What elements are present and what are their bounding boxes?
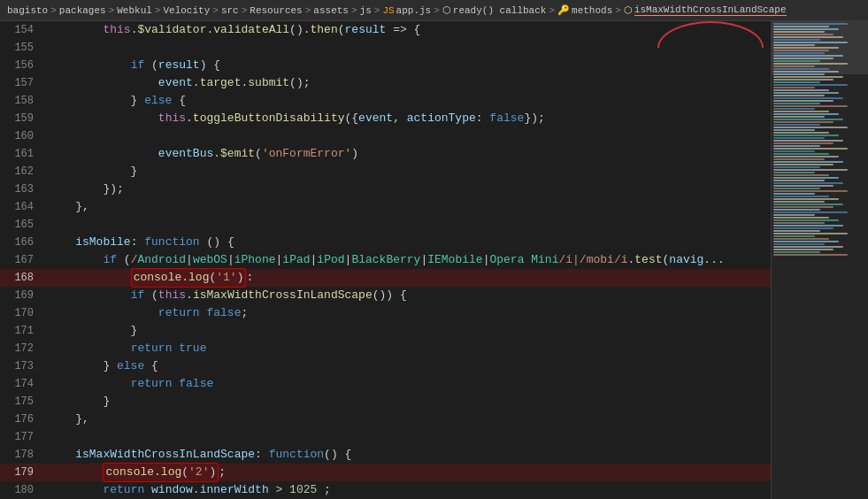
line-content <box>44 127 771 145</box>
bc-sep-2: > <box>109 5 115 16</box>
table-row: 178 isMaxWidthCrossInLandScape: function… <box>0 446 771 464</box>
bc-sep-4: > <box>212 5 219 16</box>
line-content: event.target.submit(); <box>44 74 771 92</box>
table-row: 160 <box>0 127 771 145</box>
bc-sep-10: > <box>549 5 555 16</box>
line-content <box>44 428 771 446</box>
line-content: console.log('2'); <box>44 463 771 482</box>
line-number: 166 <box>0 236 44 249</box>
line-number: 172 <box>0 342 44 355</box>
line-number: 170 <box>0 307 44 319</box>
line-number: 164 <box>0 201 44 213</box>
table-row: 179 console.log('2'); <box>0 464 771 481</box>
line-content: }); <box>44 180 771 198</box>
bc-appjs[interactable]: app.js <box>396 5 432 16</box>
bc-func-icon: ⬡ <box>624 4 633 16</box>
line-content <box>44 39 771 57</box>
bc-ready[interactable]: ready() callback <box>453 5 547 16</box>
bc-ready-icon: ⬡ <box>442 4 451 16</box>
table-row: 175 } <box>0 393 771 411</box>
table-row: 172 return true <box>0 340 771 357</box>
bc-webkul[interactable]: Webkul <box>117 5 152 16</box>
line-number: 171 <box>0 325 44 337</box>
line-content: if (this.isMaxWidthCrossInLandScape()) { <box>44 287 771 304</box>
line-number: 177 <box>0 431 44 443</box>
bc-assets[interactable]: assets <box>313 5 349 16</box>
minimap-content <box>772 21 868 499</box>
bc-js[interactable]: js <box>360 5 372 16</box>
table-row: 155 <box>0 39 771 57</box>
line-content: } <box>44 393 771 411</box>
bc-resources[interactable]: Resources <box>250 5 302 16</box>
line-number: 174 <box>0 378 44 390</box>
bc-velocity[interactable]: Velocity <box>163 5 210 16</box>
line-content: } <box>44 322 771 340</box>
minimap[interactable] <box>771 21 868 499</box>
line-number: 165 <box>0 219 44 231</box>
bc-sep-1: > <box>50 5 57 16</box>
line-content: } else { <box>44 357 771 375</box>
table-row: 158 } else { <box>0 92 771 110</box>
line-number: 156 <box>0 59 44 72</box>
bc-sep-8: > <box>374 5 380 16</box>
line-content: isMaxWidthCrossInLandScape: function() { <box>44 446 771 464</box>
bc-bagisto[interactable]: bagisto <box>7 5 48 16</box>
line-content: eventBus.$emit('onFormError') <box>44 145 771 163</box>
main-layout: 154 this.$validator.validateAll().then(r… <box>0 21 868 499</box>
table-row: 163 }); <box>0 180 771 198</box>
table-row: 162 } <box>0 163 771 180</box>
line-number: 161 <box>0 148 44 160</box>
bc-sep-9: > <box>434 5 440 16</box>
bc-packages[interactable]: packages <box>59 5 106 16</box>
bc-js-icon: JS <box>382 5 394 16</box>
line-number: 154 <box>0 24 44 36</box>
line-content: return false <box>44 375 771 393</box>
line-number: 157 <box>0 77 44 89</box>
table-row: 156 if (result) { <box>0 57 771 74</box>
line-number: 176 <box>0 413 44 426</box>
bc-methods[interactable]: methods <box>572 5 612 16</box>
line-number: 178 <box>0 449 44 461</box>
line-content: return window.innerWidth > 1025 ; <box>44 481 771 499</box>
line-number: 168 <box>0 272 44 284</box>
table-row: 170 return false; <box>0 304 771 322</box>
table-row: 168 console.log('1'): <box>0 269 771 287</box>
table-row: 157 event.target.submit(); <box>0 74 771 92</box>
line-content: if (/Android|webOS|iPhone|iPad|iPod|Blac… <box>44 251 771 269</box>
table-row: 173 } else { <box>0 357 771 375</box>
line-number: 179 <box>0 466 44 479</box>
line-content: }, <box>44 411 771 428</box>
bc-ismax[interactable]: isMaxWidthCrossInLandScape <box>634 4 787 16</box>
line-number: 175 <box>0 395 44 408</box>
table-row: 167 if (/Android|webOS|iPhone|iPad|iPod|… <box>0 251 771 269</box>
table-row: 159 this.toggleButtonDisability({event, … <box>0 110 771 127</box>
table-row: 174 return false <box>0 375 771 393</box>
table-row: 165 <box>0 216 771 234</box>
line-content: console.log('1'): <box>44 268 771 288</box>
line-content: this.toggleButtonDisability({event, acti… <box>44 110 771 127</box>
line-number: 155 <box>0 42 44 54</box>
line-content: return false; <box>44 304 771 322</box>
line-number: 169 <box>0 289 44 302</box>
line-content: } <box>44 163 771 180</box>
line-content: return true <box>44 340 771 357</box>
code-lines: 154 this.$validator.validateAll().then(r… <box>0 21 771 499</box>
line-number: 160 <box>0 130 44 142</box>
bc-key-icon: 🔑 <box>557 4 570 16</box>
line-number: 163 <box>0 183 44 196</box>
bc-sep-5: > <box>242 5 248 16</box>
line-number: 180 <box>0 484 44 496</box>
bc-sep-7: > <box>351 5 357 16</box>
line-content <box>44 216 771 234</box>
bc-src[interactable]: src <box>221 5 239 16</box>
line-content: isMobile: function () { <box>44 234 771 251</box>
code-editor[interactable]: 154 this.$validator.validateAll().then(r… <box>0 21 771 499</box>
line-number: 173 <box>0 360 44 372</box>
bc-sep-11: > <box>615 5 621 16</box>
breadcrumb: bagisto > packages > Webkul > Velocity >… <box>0 0 868 21</box>
bc-sep-6: > <box>305 5 311 16</box>
bc-sep-3: > <box>155 5 161 16</box>
table-row: 164 }, <box>0 198 771 216</box>
table-row: 154 this.$validator.validateAll().then(r… <box>0 21 771 39</box>
line-number: 167 <box>0 254 44 266</box>
